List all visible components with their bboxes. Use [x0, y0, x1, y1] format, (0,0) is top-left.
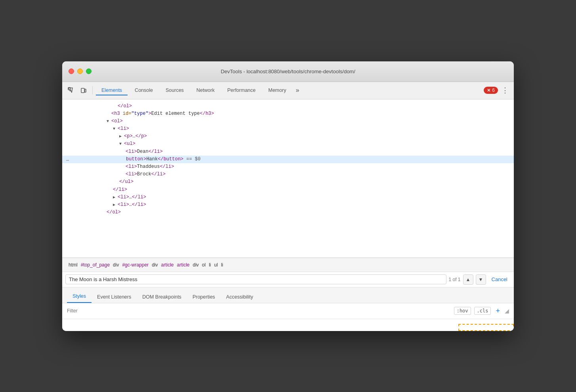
styles-content-area — [62, 319, 514, 331]
dom-line[interactable]: </ol> — [62, 209, 514, 216]
breadcrumb-ol[interactable]: ol — [200, 262, 207, 268]
more-tabs-button[interactable]: » — [293, 87, 301, 94]
device-toolbar-button[interactable] — [78, 85, 89, 96]
tab-memory[interactable]: Memory — [263, 85, 292, 95]
breadcrumb-top-of-page[interactable]: #top_of_page — [79, 262, 111, 268]
tab-console[interactable]: Console — [129, 85, 158, 95]
breadcrumb-li1[interactable]: li — [207, 262, 212, 268]
dom-line[interactable]: <li>Brock</li> — [62, 171, 514, 178]
filter-input[interactable] — [67, 308, 451, 314]
search-count: 1 of 1 — [449, 277, 461, 282]
error-x-icon: ✕ — [487, 88, 490, 93]
error-badge[interactable]: ✕ 6 — [484, 87, 498, 94]
dom-panel: </ol> <h3 id="type">Edit element type</h… — [62, 99, 514, 258]
tab-event-listeners[interactable]: Event Listeners — [92, 291, 137, 303]
dom-line[interactable]: </ol> — [62, 103, 514, 110]
breadcrumb-ul[interactable]: ul — [213, 262, 219, 268]
tab-styles[interactable]: Styles — [67, 290, 92, 303]
titlebar: DevTools - localhost:8080/web/tools/chro… — [62, 61, 514, 82]
breadcrumb-article2[interactable]: article — [175, 262, 191, 268]
dom-line[interactable]: ▶<li>…</li> — [62, 201, 514, 209]
tab-performance[interactable]: Performance — [222, 85, 261, 95]
tab-properties[interactable]: Properties — [187, 291, 221, 303]
breadcrumb-li2[interactable]: li — [219, 262, 225, 268]
tab-elements[interactable]: Elements — [96, 85, 128, 95]
search-bar: 1 of 1 ▲ ▼ Cancel — [62, 272, 514, 287]
breadcrumb-div3[interactable]: div — [191, 262, 200, 268]
tab-network[interactable]: Network — [191, 85, 220, 95]
breadcrumb-bar: html #top_of_page div #gc-wrapper div ar… — [62, 258, 514, 272]
dom-line[interactable]: <li>Thaddeus</li> — [62, 163, 514, 171]
cls-button[interactable]: .cls — [474, 307, 491, 315]
toolbar-divider — [92, 86, 93, 94]
dom-line[interactable]: </li> — [62, 186, 514, 194]
svg-rect-1 — [81, 88, 84, 93]
tab-accessibility[interactable]: Accessibility — [221, 291, 259, 303]
resize-handle: ◢ — [505, 308, 509, 314]
breadcrumb-div2[interactable]: div — [150, 262, 159, 268]
inspector-tool-button[interactable] — [65, 85, 76, 96]
window-title: DevTools - localhost:8080/web/tools/chro… — [221, 69, 355, 74]
dom-line[interactable]: <h3 id="type">Edit element type</h3> — [62, 110, 514, 118]
search-cancel-button[interactable]: Cancel — [488, 275, 511, 284]
add-style-button[interactable]: + — [494, 307, 502, 315]
search-next-button[interactable]: ▼ — [476, 274, 486, 285]
error-count: 6 — [492, 88, 495, 93]
close-button[interactable] — [69, 69, 74, 74]
tab-bar: Elements Console Sources Network Perform… — [62, 82, 514, 99]
dom-line[interactable]: </ul> — [62, 178, 514, 186]
tab-dom-breakpoints[interactable]: DOM Breakpoints — [137, 291, 187, 303]
maximize-button[interactable] — [86, 69, 92, 74]
search-prev-button[interactable]: ▲ — [463, 274, 473, 285]
breadcrumb-html[interactable]: html — [67, 262, 79, 268]
devtools-window: DevTools - localhost:8080/web/tools/chro… — [62, 61, 514, 331]
dom-line[interactable]: ▼<ul> — [62, 140, 514, 148]
dom-line[interactable]: ▼<ol> — [62, 118, 514, 125]
dom-line[interactable]: ▼<li> — [62, 125, 514, 133]
devtools-menu-button[interactable]: ⋮ — [500, 85, 511, 96]
breadcrumb-gc-wrapper[interactable]: #gc-wrapper — [120, 262, 150, 268]
hov-button[interactable]: :hov — [454, 307, 471, 315]
minimize-button[interactable] — [77, 69, 83, 74]
dom-line-selected[interactable]: … button>Hank</button> == $0 — [62, 156, 514, 163]
breadcrumb-article1[interactable]: article — [159, 262, 175, 268]
search-input[interactable] — [65, 274, 446, 284]
filter-bar: :hov .cls + ◢ — [62, 303, 514, 319]
dom-line[interactable]: ▶<p>…</p> — [62, 133, 514, 140]
breadcrumb-div1[interactable]: div — [111, 262, 120, 268]
svg-rect-2 — [85, 89, 86, 92]
dom-line[interactable]: ▶<li>…</li> — [62, 194, 514, 201]
dom-line[interactable]: <li>Dean</li> — [62, 148, 514, 156]
traffic-lights — [69, 69, 92, 74]
dashed-outline-indicator — [458, 324, 514, 331]
bottom-tab-bar: Styles Event Listeners DOM Breakpoints P… — [62, 287, 514, 303]
tab-sources[interactable]: Sources — [160, 85, 189, 95]
